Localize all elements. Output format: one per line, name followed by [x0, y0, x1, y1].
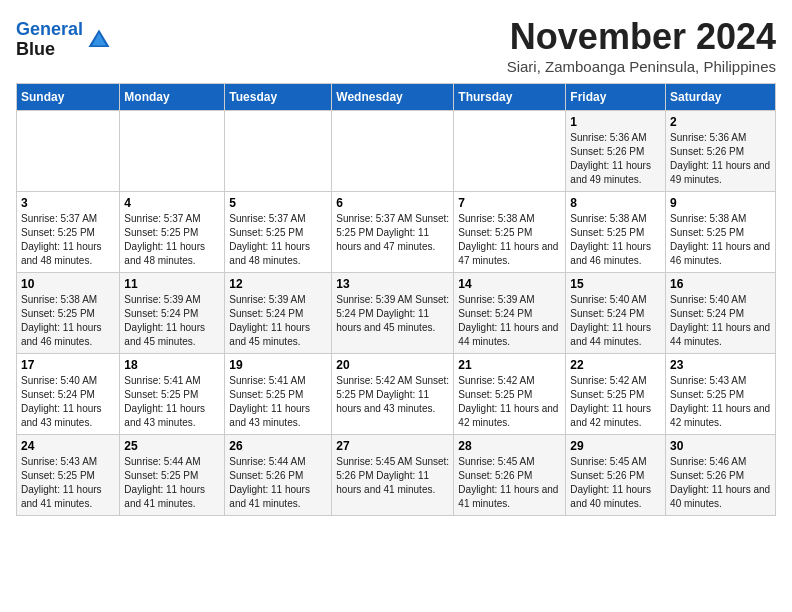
calendar-cell: 30Sunrise: 5:46 AM Sunset: 5:26 PM Dayli… — [666, 435, 776, 516]
day-number: 4 — [124, 196, 220, 210]
day-number: 18 — [124, 358, 220, 372]
logo: GeneralBlue — [16, 20, 113, 60]
header-monday: Monday — [120, 84, 225, 111]
calendar-cell: 25Sunrise: 5:44 AM Sunset: 5:25 PM Dayli… — [120, 435, 225, 516]
calendar-cell: 8Sunrise: 5:38 AM Sunset: 5:25 PM Daylig… — [566, 192, 666, 273]
day-info: Sunrise: 5:43 AM Sunset: 5:25 PM Dayligh… — [21, 455, 115, 511]
title-area: November 2024 Siari, Zamboanga Peninsula… — [507, 16, 776, 75]
calendar-cell: 6Sunrise: 5:37 AM Sunset: 5:25 PM Daylig… — [332, 192, 454, 273]
header-thursday: Thursday — [454, 84, 566, 111]
calendar-cell: 16Sunrise: 5:40 AM Sunset: 5:24 PM Dayli… — [666, 273, 776, 354]
calendar-header-row: SundayMondayTuesdayWednesdayThursdayFrid… — [17, 84, 776, 111]
calendar-cell: 28Sunrise: 5:45 AM Sunset: 5:26 PM Dayli… — [454, 435, 566, 516]
calendar-cell: 12Sunrise: 5:39 AM Sunset: 5:24 PM Dayli… — [225, 273, 332, 354]
calendar-cell: 7Sunrise: 5:38 AM Sunset: 5:25 PM Daylig… — [454, 192, 566, 273]
calendar-cell: 14Sunrise: 5:39 AM Sunset: 5:24 PM Dayli… — [454, 273, 566, 354]
calendar-cell: 23Sunrise: 5:43 AM Sunset: 5:25 PM Dayli… — [666, 354, 776, 435]
day-info: Sunrise: 5:38 AM Sunset: 5:25 PM Dayligh… — [21, 293, 115, 349]
calendar-cell: 13Sunrise: 5:39 AM Sunset: 5:24 PM Dayli… — [332, 273, 454, 354]
day-number: 14 — [458, 277, 561, 291]
day-info: Sunrise: 5:40 AM Sunset: 5:24 PM Dayligh… — [21, 374, 115, 430]
day-info: Sunrise: 5:37 AM Sunset: 5:25 PM Dayligh… — [21, 212, 115, 268]
calendar-cell — [454, 111, 566, 192]
calendar-cell: 20Sunrise: 5:42 AM Sunset: 5:25 PM Dayli… — [332, 354, 454, 435]
calendar-cell — [17, 111, 120, 192]
day-number: 16 — [670, 277, 771, 291]
day-number: 23 — [670, 358, 771, 372]
logo-text: GeneralBlue — [16, 20, 83, 60]
calendar-cell: 19Sunrise: 5:41 AM Sunset: 5:25 PM Dayli… — [225, 354, 332, 435]
day-info: Sunrise: 5:42 AM Sunset: 5:25 PM Dayligh… — [336, 374, 449, 416]
calendar-cell: 26Sunrise: 5:44 AM Sunset: 5:26 PM Dayli… — [225, 435, 332, 516]
day-info: Sunrise: 5:45 AM Sunset: 5:26 PM Dayligh… — [570, 455, 661, 511]
calendar-week-row: 24Sunrise: 5:43 AM Sunset: 5:25 PM Dayli… — [17, 435, 776, 516]
day-number: 5 — [229, 196, 327, 210]
day-info: Sunrise: 5:43 AM Sunset: 5:25 PM Dayligh… — [670, 374, 771, 430]
header-friday: Friday — [566, 84, 666, 111]
header: GeneralBlue November 2024 Siari, Zamboan… — [16, 16, 776, 75]
calendar-cell: 3Sunrise: 5:37 AM Sunset: 5:25 PM Daylig… — [17, 192, 120, 273]
calendar-week-row: 10Sunrise: 5:38 AM Sunset: 5:25 PM Dayli… — [17, 273, 776, 354]
day-number: 3 — [21, 196, 115, 210]
calendar-cell: 1Sunrise: 5:36 AM Sunset: 5:26 PM Daylig… — [566, 111, 666, 192]
day-info: Sunrise: 5:38 AM Sunset: 5:25 PM Dayligh… — [458, 212, 561, 268]
calendar-cell: 2Sunrise: 5:36 AM Sunset: 5:26 PM Daylig… — [666, 111, 776, 192]
calendar-cell: 11Sunrise: 5:39 AM Sunset: 5:24 PM Dayli… — [120, 273, 225, 354]
day-number: 11 — [124, 277, 220, 291]
day-info: Sunrise: 5:38 AM Sunset: 5:25 PM Dayligh… — [570, 212, 661, 268]
calendar-cell: 5Sunrise: 5:37 AM Sunset: 5:25 PM Daylig… — [225, 192, 332, 273]
logo-icon — [85, 26, 113, 54]
day-info: Sunrise: 5:42 AM Sunset: 5:25 PM Dayligh… — [458, 374, 561, 430]
day-number: 19 — [229, 358, 327, 372]
day-info: Sunrise: 5:37 AM Sunset: 5:25 PM Dayligh… — [124, 212, 220, 268]
calendar-cell: 10Sunrise: 5:38 AM Sunset: 5:25 PM Dayli… — [17, 273, 120, 354]
day-number: 6 — [336, 196, 449, 210]
day-info: Sunrise: 5:40 AM Sunset: 5:24 PM Dayligh… — [670, 293, 771, 349]
calendar-cell — [120, 111, 225, 192]
day-info: Sunrise: 5:39 AM Sunset: 5:24 PM Dayligh… — [229, 293, 327, 349]
day-info: Sunrise: 5:40 AM Sunset: 5:24 PM Dayligh… — [570, 293, 661, 349]
day-number: 24 — [21, 439, 115, 453]
day-number: 1 — [570, 115, 661, 129]
day-info: Sunrise: 5:37 AM Sunset: 5:25 PM Dayligh… — [336, 212, 449, 254]
calendar-cell: 18Sunrise: 5:41 AM Sunset: 5:25 PM Dayli… — [120, 354, 225, 435]
day-info: Sunrise: 5:37 AM Sunset: 5:25 PM Dayligh… — [229, 212, 327, 268]
day-info: Sunrise: 5:42 AM Sunset: 5:25 PM Dayligh… — [570, 374, 661, 430]
day-number: 28 — [458, 439, 561, 453]
page-subtitle: Siari, Zamboanga Peninsula, Philippines — [507, 58, 776, 75]
calendar-cell: 22Sunrise: 5:42 AM Sunset: 5:25 PM Dayli… — [566, 354, 666, 435]
day-info: Sunrise: 5:39 AM Sunset: 5:24 PM Dayligh… — [336, 293, 449, 335]
header-saturday: Saturday — [666, 84, 776, 111]
day-number: 27 — [336, 439, 449, 453]
day-info: Sunrise: 5:45 AM Sunset: 5:26 PM Dayligh… — [458, 455, 561, 511]
calendar-cell: 9Sunrise: 5:38 AM Sunset: 5:25 PM Daylig… — [666, 192, 776, 273]
day-info: Sunrise: 5:45 AM Sunset: 5:26 PM Dayligh… — [336, 455, 449, 497]
day-number: 10 — [21, 277, 115, 291]
header-tuesday: Tuesday — [225, 84, 332, 111]
day-number: 26 — [229, 439, 327, 453]
calendar-cell: 27Sunrise: 5:45 AM Sunset: 5:26 PM Dayli… — [332, 435, 454, 516]
day-info: Sunrise: 5:38 AM Sunset: 5:25 PM Dayligh… — [670, 212, 771, 268]
calendar-cell — [225, 111, 332, 192]
day-number: 2 — [670, 115, 771, 129]
day-info: Sunrise: 5:36 AM Sunset: 5:26 PM Dayligh… — [570, 131, 661, 187]
day-info: Sunrise: 5:44 AM Sunset: 5:26 PM Dayligh… — [229, 455, 327, 511]
day-info: Sunrise: 5:39 AM Sunset: 5:24 PM Dayligh… — [124, 293, 220, 349]
day-info: Sunrise: 5:41 AM Sunset: 5:25 PM Dayligh… — [229, 374, 327, 430]
calendar-cell: 15Sunrise: 5:40 AM Sunset: 5:24 PM Dayli… — [566, 273, 666, 354]
day-number: 22 — [570, 358, 661, 372]
calendar-cell: 17Sunrise: 5:40 AM Sunset: 5:24 PM Dayli… — [17, 354, 120, 435]
calendar-cell — [332, 111, 454, 192]
day-info: Sunrise: 5:46 AM Sunset: 5:26 PM Dayligh… — [670, 455, 771, 511]
day-info: Sunrise: 5:41 AM Sunset: 5:25 PM Dayligh… — [124, 374, 220, 430]
day-number: 21 — [458, 358, 561, 372]
calendar-week-row: 17Sunrise: 5:40 AM Sunset: 5:24 PM Dayli… — [17, 354, 776, 435]
calendar-cell: 24Sunrise: 5:43 AM Sunset: 5:25 PM Dayli… — [17, 435, 120, 516]
calendar-week-row: 1Sunrise: 5:36 AM Sunset: 5:26 PM Daylig… — [17, 111, 776, 192]
day-number: 25 — [124, 439, 220, 453]
day-number: 8 — [570, 196, 661, 210]
day-number: 7 — [458, 196, 561, 210]
day-number: 29 — [570, 439, 661, 453]
day-info: Sunrise: 5:39 AM Sunset: 5:24 PM Dayligh… — [458, 293, 561, 349]
header-sunday: Sunday — [17, 84, 120, 111]
